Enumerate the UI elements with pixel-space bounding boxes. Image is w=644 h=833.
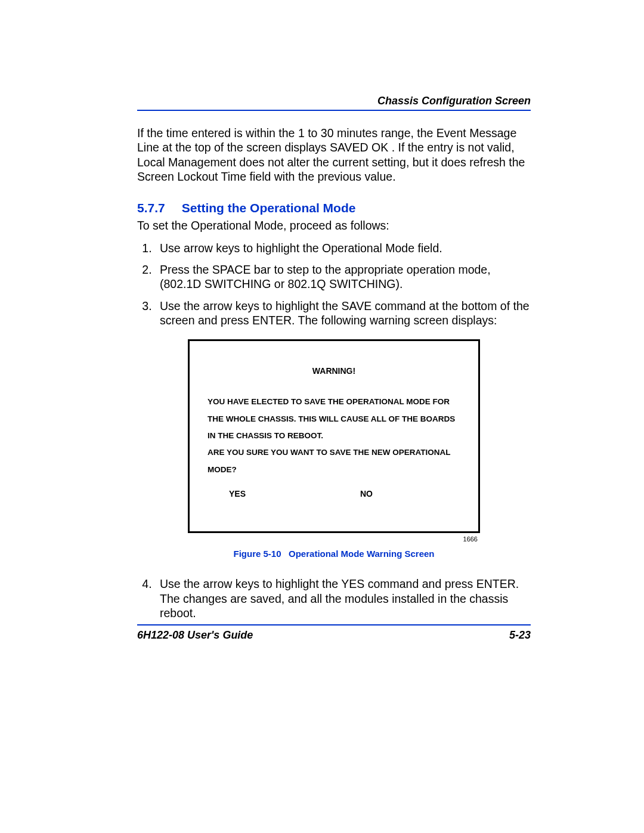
footer-page-number: 5-23 [509, 629, 531, 642]
running-header: Chassis Configuration Screen [137, 95, 531, 111]
list-item: Use arrow keys to highlight the Operatio… [155, 241, 531, 255]
list-item: Use the arrow keys to highlight the YES … [155, 577, 531, 620]
warning-screen-figure: WARNING! YOU HAVE ELECTED TO SAVE THE OP… [188, 339, 480, 533]
warning-option-yes: YES [229, 489, 360, 498]
warning-question: ARE YOU SURE YOU WANT TO SAVE THE NEW OP… [208, 444, 460, 478]
figure-small-id: 1666 [188, 535, 480, 543]
warning-heading: WARNING! [208, 366, 460, 376]
procedure-list: Use arrow keys to highlight the Operatio… [137, 241, 531, 328]
footer-doc-title: 6H122-08 User's Guide [137, 629, 253, 642]
page-footer: 6H122-08 User's Guide 5-23 [137, 624, 531, 642]
warning-option-no: NO [360, 489, 373, 498]
list-item: Press the SPACE bar to step to the appro… [155, 262, 531, 292]
section-number: 5.7.7 [137, 201, 165, 215]
figure-label: Figure 5-10 [233, 549, 281, 559]
warning-body: YOU HAVE ELECTED TO SAVE THE OPERATIONAL… [208, 394, 460, 444]
figure-caption: Figure 5-10 Operational Mode Warning Scr… [137, 549, 531, 559]
warning-options: YES NO [208, 489, 460, 498]
intro-paragraph: If the time entered is within the 1 to 3… [137, 126, 531, 184]
section-intro: To set the Operational Mode, proceed as … [137, 219, 531, 233]
procedure-list-continued: Use the arrow keys to highlight the YES … [137, 577, 531, 620]
list-item: Use the arrow keys to highlight the SAVE… [155, 299, 531, 328]
section-title: Setting the Operational Mode [182, 201, 356, 215]
section-heading: 5.7.7Setting the Operational Mode [137, 201, 531, 215]
figure-caption-text: Operational Mode Warning Screen [289, 549, 434, 559]
page-content: Chassis Configuration Screen If the time… [137, 95, 531, 621]
